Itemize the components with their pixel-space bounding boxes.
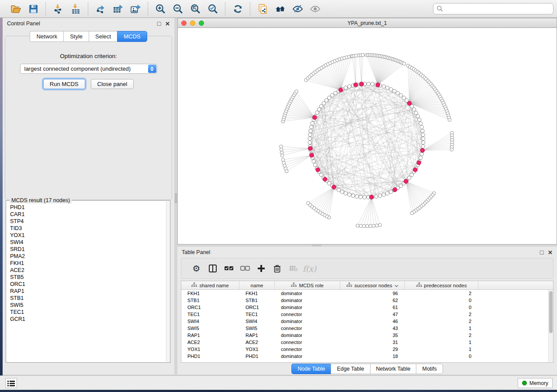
close-panel-icon[interactable]: ✕: [548, 250, 553, 255]
mcds-result-list: PHD1CAR1STP4TID3YOX1SWI4SRD1PMA2FKH1ACE2…: [7, 201, 166, 362]
control-panel-tabs: NetworkStyleSelectMCDS: [3, 31, 174, 42]
column-header-MCDS-role[interactable]: MCDS role: [275, 281, 340, 289]
result-scrollbar[interactable]: [166, 201, 170, 362]
column-header-predecessor-nodes[interactable]: predecessor nodes: [405, 281, 478, 289]
memory-label: Memory: [529, 380, 548, 386]
zoom-selected-button[interactable]: [204, 2, 221, 16]
columns-icon[interactable]: [204, 264, 221, 273]
sort-desc-icon: [394, 283, 398, 288]
table-header-row: shared namenameMCDS rolesuccessor nodesp…: [181, 281, 553, 290]
mcds-result-item[interactable]: SRD1: [10, 246, 166, 253]
zoom-out-button[interactable]: [169, 2, 187, 16]
cell-shared-name: PHD1: [181, 353, 239, 360]
export-network-button[interactable]: [92, 2, 109, 16]
shared-column-icon: [416, 282, 422, 288]
mcds-result-item[interactable]: FKH1: [10, 260, 166, 267]
table-row[interactable]: ACE2ACE2connector311: [181, 339, 553, 346]
hide-selected-button[interactable]: [289, 2, 306, 16]
task-history-button[interactable]: [5, 378, 17, 388]
mcds-result-item[interactable]: ORC1: [10, 281, 166, 288]
cell-shared-name: ACE2: [181, 339, 239, 346]
table-row[interactable]: SWI4SWI4dominator462: [181, 318, 553, 325]
run-mcds-button[interactable]: Run MCDS: [43, 79, 85, 89]
mcds-result-item[interactable]: YOX1: [10, 232, 166, 239]
criterion-dropdown[interactable]: largest connected component (undirected): [20, 64, 157, 74]
import-network-button[interactable]: [49, 2, 67, 16]
export-image-button[interactable]: [127, 2, 144, 16]
show-all-button[interactable]: [306, 2, 324, 16]
export-table-button[interactable]: [109, 2, 127, 16]
mcds-result-item[interactable]: STB5: [10, 274, 166, 281]
gear-icon[interactable]: ⚙: [188, 263, 204, 274]
mcds-result-item[interactable]: SWI5: [10, 302, 166, 309]
network-canvas[interactable]: [177, 28, 557, 244]
tab-edge-table[interactable]: Edge Table: [331, 364, 370, 374]
control-panel: Control Panel □ ✕ NetworkStyleSelectMCDS…: [3, 18, 174, 375]
zoom-fit-button[interactable]: [187, 2, 204, 16]
cell-name: STB1: [239, 297, 275, 304]
table-row[interactable]: RAP1RAP1dominator352: [181, 332, 553, 339]
shared-column-icon: [346, 282, 352, 288]
tab-style[interactable]: Style: [63, 31, 89, 42]
tab-mcds[interactable]: MCDS: [117, 31, 147, 42]
zoom-in-button[interactable]: [152, 2, 169, 16]
control-panel-titlebar: Control Panel □ ✕: [3, 18, 174, 29]
network-graph[interactable]: [178, 28, 557, 244]
deselect-all-icon[interactable]: [237, 266, 253, 271]
add-icon[interactable]: [253, 265, 269, 272]
cell-shared-name: SWI5: [181, 325, 239, 332]
tab-motifs[interactable]: Motifs: [416, 364, 443, 374]
cell-successor-nodes: 35: [340, 332, 405, 339]
import-table-button[interactable]: [67, 2, 84, 16]
cell-name: RAP1: [239, 332, 275, 339]
table-toolbar: ⚙ f(x): [181, 258, 554, 279]
table-row[interactable]: TEC1TEC1connector472: [181, 311, 553, 318]
cell-name: FKH1: [239, 290, 275, 297]
table-row[interactable]: PHD1PHD1dominator180: [181, 353, 553, 360]
save-session-button[interactable]: [24, 2, 42, 16]
mcds-result-item[interactable]: TEC1: [10, 309, 166, 316]
splitter-grip[interactable]: [312, 245, 322, 246]
share-network-file-button[interactable]: [254, 2, 271, 16]
mcds-result-item[interactable]: TID3: [10, 225, 166, 232]
mcds-result-item[interactable]: ACE2: [10, 267, 166, 274]
mcds-result-item[interactable]: STP4: [10, 218, 166, 225]
mcds-result-item[interactable]: SWI4: [10, 239, 166, 246]
open-session-button[interactable]: [7, 2, 24, 16]
refresh-layout-button[interactable]: [229, 2, 246, 16]
column-header-successor-nodes[interactable]: successor nodes: [340, 281, 405, 289]
close-panel-icon[interactable]: ✕: [165, 21, 170, 27]
first-neighbors-button[interactable]: [271, 2, 289, 16]
mcds-result-item[interactable]: PMA2: [10, 253, 166, 260]
search-input[interactable]: [433, 3, 554, 14]
select-all-icon[interactable]: [221, 266, 237, 271]
tab-select[interactable]: Select: [89, 31, 117, 42]
mcds-result-item[interactable]: PHD1: [10, 204, 166, 211]
float-panel-icon[interactable]: □: [540, 249, 543, 255]
splitter-grip[interactable]: [175, 193, 177, 203]
mcds-result-item[interactable]: GCR1: [10, 316, 166, 323]
memory-button[interactable]: Memory: [518, 378, 553, 388]
tab-node-table[interactable]: Node Table: [291, 364, 331, 374]
table-row[interactable]: FKH1FKH1dominator962: [181, 290, 553, 297]
cell-successor-nodes: 43: [340, 325, 405, 332]
table-scrollbar-thumb[interactable]: [549, 291, 553, 333]
column-header-name[interactable]: name: [239, 281, 275, 289]
table-row[interactable]: YOX1YOX1connector291: [181, 346, 553, 353]
float-panel-icon[interactable]: □: [157, 21, 161, 27]
trash-icon[interactable]: [269, 265, 285, 273]
table-row[interactable]: STB1STB1dominator620: [181, 297, 553, 304]
vertical-splitter[interactable]: [174, 18, 177, 375]
mcds-result-item[interactable]: RAP1: [10, 288, 166, 295]
close-panel-button[interactable]: Close panel: [91, 79, 134, 89]
tab-network-table[interactable]: Network Table: [370, 364, 416, 374]
mcds-result-item[interactable]: STB1: [10, 295, 166, 302]
cell-MCDS-role: dominator: [275, 318, 340, 325]
table-row[interactable]: SWI5SWI5connector431: [181, 325, 553, 332]
network-window-titlebar[interactable]: YPA_prune.txt_1: [177, 18, 557, 28]
table-scrollbar[interactable]: [548, 290, 553, 362]
table-row[interactable]: ORC1ORC1dominator610: [181, 304, 553, 311]
column-header-shared-name[interactable]: shared name: [181, 281, 239, 289]
tab-network[interactable]: Network: [30, 31, 63, 42]
mcds-result-item[interactable]: CAR1: [10, 211, 166, 218]
